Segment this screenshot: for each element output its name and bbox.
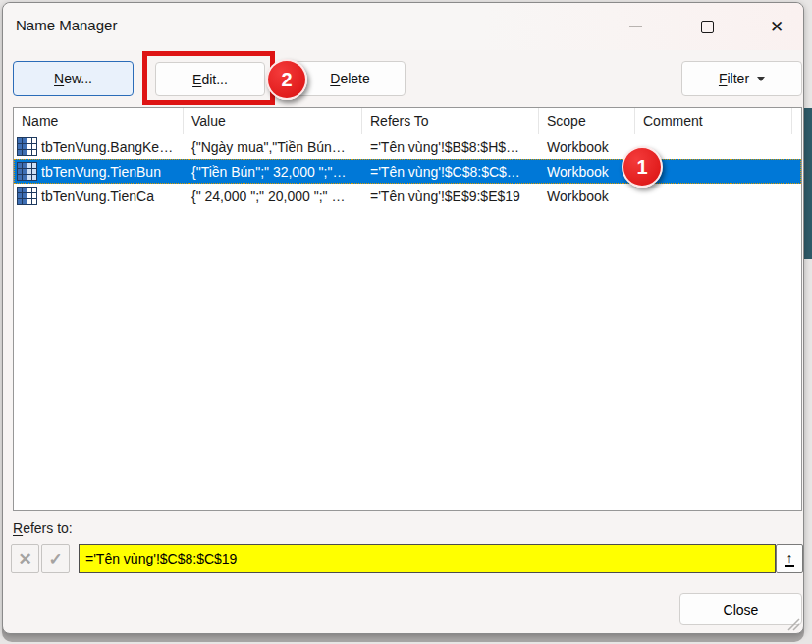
confirm-icon: ✓ bbox=[48, 549, 62, 569]
cell-comment bbox=[635, 184, 792, 208]
cell-scope: Workbook bbox=[539, 184, 635, 208]
cell-refers-to: ='Tên vùng'!$C$8:$C$… bbox=[362, 159, 539, 184]
cell-value: {"Ngày mua","Tiền Bún… bbox=[184, 134, 362, 159]
close-icon: ✕ bbox=[770, 19, 784, 35]
table-icon bbox=[17, 162, 37, 181]
collapse-dialog-button[interactable]: ↑ bbox=[776, 544, 803, 573]
titlebar: Name Manager ✕ bbox=[3, 3, 803, 50]
column-header-refers-to[interactable]: Refers To bbox=[362, 108, 539, 134]
cell-value: {"Tiền Bún";" 32,000 ";"… bbox=[184, 159, 362, 184]
delete-button[interactable]: Delete bbox=[295, 61, 406, 96]
cell-scope: Workbook bbox=[539, 134, 635, 159]
cancel-formula-button[interactable]: ✕ bbox=[11, 544, 39, 573]
table-icon bbox=[17, 187, 37, 205]
resize-grip[interactable] bbox=[785, 616, 800, 631]
edit-button[interactable]: Edit... bbox=[155, 62, 265, 96]
cell-name: tbTenVung.TienBun bbox=[14, 159, 184, 184]
column-header-value[interactable]: Value bbox=[184, 108, 362, 134]
refers-to-input[interactable]: ='Tên vùng'!$C$8:$C$19 bbox=[79, 544, 776, 573]
edit-button-label: dit... bbox=[201, 72, 227, 87]
close-window-button[interactable]: ✕ bbox=[753, 11, 800, 42]
table-row[interactable]: tbTenVung.TienCa {" 24,000 ";" 20,000 ";… bbox=[14, 184, 801, 208]
column-header-scope[interactable]: Scope bbox=[539, 108, 635, 134]
filter-button-accesskey: F bbox=[719, 71, 728, 86]
cell-refers-to: ='Tên vùng'!$E$9:$E$19 bbox=[362, 184, 539, 208]
annotation-step-2-number: 2 bbox=[281, 69, 292, 91]
minimize-button[interactable] bbox=[612, 11, 659, 42]
delete-button-accesskey: D bbox=[330, 71, 340, 86]
table-row[interactable]: tbTenVung.BangKe… {"Ngày mua","Tiền Bún…… bbox=[14, 134, 801, 159]
background-app-strip bbox=[804, 108, 812, 259]
new-button-label: ew... bbox=[64, 71, 92, 86]
confirm-formula-button[interactable]: ✓ bbox=[41, 544, 70, 573]
dialog-title: Name Manager bbox=[16, 17, 117, 33]
cell-name: tbTenVung.BangKe… bbox=[14, 134, 184, 159]
filter-button[interactable]: Filter bbox=[681, 61, 802, 96]
column-header-spacer bbox=[792, 108, 801, 134]
cancel-icon: ✕ bbox=[18, 549, 31, 569]
filter-dropdown-caret-icon bbox=[757, 77, 765, 81]
cell-value: {" 24,000 ";" 20,000 ";" … bbox=[184, 184, 362, 208]
names-list: Name Value Refers To Scope Comment tbTen… bbox=[13, 107, 802, 511]
column-header-name[interactable]: Name bbox=[14, 108, 184, 134]
maximize-icon bbox=[701, 21, 714, 33]
column-header-comment[interactable]: Comment bbox=[635, 108, 792, 134]
filter-button-label: ilter bbox=[728, 71, 750, 86]
refers-to-label: Refers to: bbox=[13, 520, 73, 536]
annotation-step-2-badge: 2 bbox=[266, 59, 307, 100]
cell-name: tbTenVung.TienCa bbox=[14, 184, 184, 208]
new-button[interactable]: New... bbox=[13, 61, 134, 96]
name-manager-dialog: Name Manager ✕ New... Edit... Delete Fil… bbox=[2, 2, 804, 634]
delete-button-label: elete bbox=[340, 71, 369, 86]
list-header: Name Value Refers To Scope Comment bbox=[14, 108, 801, 134]
refers-to-value: ='Tên vùng'!$C$8:$C$19 bbox=[85, 551, 237, 566]
table-icon bbox=[17, 137, 37, 156]
cell-refers-to: ='Tên vùng'!$B$8:$H$… bbox=[362, 134, 539, 159]
maximize-button[interactable] bbox=[683, 11, 731, 42]
annotation-step-1-badge: 1 bbox=[622, 146, 663, 188]
annotation-step-1-number: 1 bbox=[636, 156, 647, 179]
collapse-dialog-arrow-icon: ↑ bbox=[785, 551, 794, 567]
table-row-selected[interactable]: tbTenVung.TienBun {"Tiền Bún";" 32,000 "… bbox=[14, 159, 801, 184]
minimize-icon bbox=[629, 26, 642, 27]
new-button-accesskey: N bbox=[54, 71, 64, 86]
